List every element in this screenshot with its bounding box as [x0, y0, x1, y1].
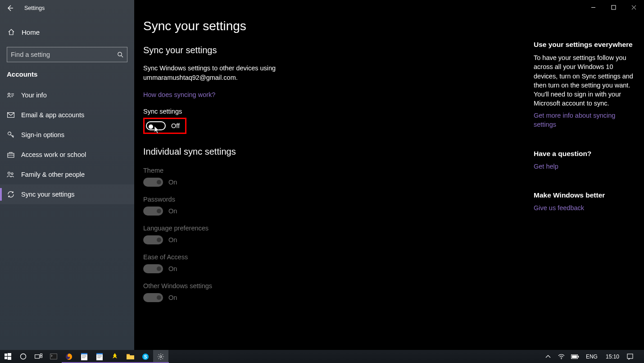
svg-rect-24 — [96, 353, 103, 354]
sidebar-item-label: Your info — [21, 92, 47, 99]
sidebar-item-your-info[interactable]: Your info — [0, 85, 134, 105]
svg-point-5 — [8, 172, 10, 175]
search-icon — [117, 51, 123, 58]
back-arrow-icon — [6, 5, 14, 12]
taskbar-app-doc2[interactable] — [92, 350, 107, 363]
sidebar-item-sync-settings[interactable]: Sync your settings — [0, 184, 134, 204]
theme-toggle — [143, 178, 163, 187]
sidebar-item-label: Family & other people — [21, 171, 85, 178]
svg-rect-28 — [127, 354, 130, 355]
info-block-everywhere: Use your settings everywhere To have you… — [534, 41, 634, 129]
how-syncing-works-link[interactable]: How does syncing work? — [143, 91, 215, 98]
sync-icon — [7, 191, 15, 198]
sidebar-item-label: Access work or school — [21, 151, 86, 158]
individual-sync-section: Individual sync settings Theme On Passwo… — [143, 147, 476, 302]
sidebar-item-family-people[interactable]: Family & other people — [0, 165, 134, 184]
svg-point-12 — [20, 354, 26, 359]
taskbar: S ENG 15:10 — [0, 350, 644, 363]
svg-rect-35 — [572, 355, 577, 358]
section-sync-title: Sync your settings — [143, 45, 476, 55]
sidebar-item-email-accounts[interactable]: Email & app accounts — [0, 105, 134, 125]
svg-rect-25 — [97, 355, 102, 356]
tray-notifications-icon[interactable] — [625, 354, 635, 360]
taskbar-app-explorer[interactable] — [122, 350, 138, 363]
svg-point-3 — [8, 132, 11, 135]
briefcase-icon — [7, 152, 15, 158]
svg-rect-9 — [8, 353, 11, 356]
start-button[interactable] — [0, 350, 15, 363]
sync-description: Sync Windows settings to other devices u… — [143, 64, 368, 83]
svg-rect-20 — [82, 355, 86, 356]
other-windows-toggle — [143, 293, 163, 302]
individual-item-other-windows: Other Windows settings On — [143, 282, 476, 302]
sidebar-item-label: Sign-in options — [21, 131, 64, 138]
taskbar-right: ENG 15:10 — [543, 350, 644, 363]
info-column: Use your settings everywhere To have you… — [534, 0, 644, 233]
search-box[interactable] — [7, 47, 127, 62]
more-info-sync-link[interactable]: Get more info about syncing settings — [534, 111, 634, 129]
individual-item-theme: Theme On — [143, 167, 476, 187]
sidebar-header: Settings — [0, 0, 134, 16]
svg-point-0 — [118, 52, 122, 56]
highlight-annotation: Off — [143, 118, 186, 134]
individual-item-passwords: Passwords On — [143, 196, 476, 216]
sidebar-item-access-work-school[interactable]: Access work or school — [0, 145, 134, 165]
svg-point-1 — [8, 93, 10, 96]
svg-rect-15 — [40, 356, 42, 358]
person-card-icon — [7, 92, 15, 98]
tray-language[interactable]: ENG — [584, 354, 600, 360]
svg-rect-10 — [5, 357, 7, 359]
task-view-button[interactable] — [31, 350, 46, 363]
taskbar-app-doc1[interactable] — [77, 350, 92, 363]
sidebar-home[interactable]: Home — [0, 22, 134, 42]
individual-sync-title: Individual sync settings — [143, 147, 476, 157]
sidebar-item-signin-options[interactable]: Sign-in options — [0, 125, 134, 145]
taskbar-app-firefox[interactable] — [61, 350, 77, 363]
individual-item-ease-access: Ease of Access On — [143, 253, 476, 273]
tray-wifi-icon[interactable] — [557, 354, 567, 359]
people-icon — [7, 171, 15, 178]
taskbar-app-settings[interactable] — [153, 350, 168, 363]
tray-clock[interactable]: 15:10 — [603, 354, 621, 360]
taskbar-app-skype[interactable]: S — [138, 350, 153, 363]
back-button[interactable] — [5, 4, 14, 13]
svg-rect-26 — [97, 356, 102, 357]
sidebar-item-label: Email & app accounts — [21, 111, 84, 119]
svg-rect-36 — [627, 354, 633, 358]
window-title: Settings — [24, 5, 45, 11]
individual-item-language: Language preferences On — [143, 225, 476, 244]
toggle-knob — [149, 124, 153, 129]
info-block-question: Have a question? Get help — [534, 150, 634, 170]
sync-settings-toggle[interactable] — [146, 121, 166, 130]
language-toggle — [143, 235, 163, 244]
sidebar-home-label: Home — [22, 28, 40, 36]
cortana-button[interactable] — [15, 350, 31, 363]
search-input[interactable] — [11, 51, 117, 58]
sync-settings-toggle-state: Off — [171, 122, 180, 129]
sync-settings-toggle-label: Sync settings — [143, 108, 476, 115]
svg-rect-22 — [82, 358, 85, 358]
svg-rect-19 — [81, 353, 87, 354]
taskbar-left: S — [0, 350, 168, 363]
svg-rect-27 — [97, 358, 100, 358]
content-area: Sync your settings Sync your settings Sy… — [134, 0, 644, 350]
passwords-toggle — [143, 207, 163, 216]
taskbar-app-notes[interactable] — [107, 350, 122, 363]
sidebar: Settings Home Accounts Your info — [0, 0, 134, 350]
svg-point-31 — [160, 355, 162, 357]
tray-chevron-icon[interactable] — [543, 355, 553, 358]
key-icon — [7, 131, 15, 138]
sidebar-section-title: Accounts — [0, 62, 134, 82]
mail-icon — [7, 112, 15, 118]
taskbar-app-terminal[interactable] — [46, 350, 61, 363]
tray-battery-icon[interactable] — [570, 354, 580, 359]
page-title: Sync your settings — [143, 19, 476, 33]
info-block-feedback: Make Windows better Give us feedback — [534, 191, 634, 212]
show-desktop-button[interactable] — [639, 350, 641, 363]
get-help-link[interactable]: Get help — [534, 163, 558, 170]
svg-rect-34 — [578, 356, 579, 358]
svg-point-32 — [561, 358, 562, 359]
give-feedback-link[interactable]: Give us feedback — [534, 204, 584, 211]
search-container — [0, 42, 134, 62]
svg-rect-21 — [82, 356, 86, 357]
